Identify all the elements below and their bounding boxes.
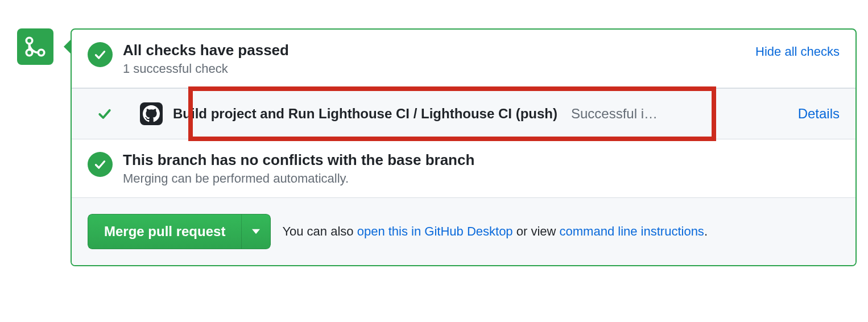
check-run-row: Build project and Run Lighthouse CI / Li… bbox=[72, 88, 855, 139]
help-text-prefix: You can also bbox=[282, 224, 357, 238]
check-success-icon bbox=[88, 42, 113, 67]
svg-point-0 bbox=[26, 38, 32, 44]
merge-footer: Merge pull request You can also open thi… bbox=[72, 198, 855, 265]
open-desktop-link[interactable]: open this in GitHub Desktop bbox=[357, 224, 513, 238]
merge-badge-icon bbox=[17, 28, 53, 65]
merge-button-group: Merge pull request bbox=[88, 214, 271, 249]
toggle-checks-link[interactable]: Hide all checks bbox=[755, 44, 840, 59]
merge-help-text: You can also open this in GitHub Desktop… bbox=[282, 224, 708, 239]
help-text-middle: or view bbox=[513, 224, 560, 238]
help-text-suffix: . bbox=[704, 224, 708, 238]
svg-point-2 bbox=[38, 49, 44, 56]
check-run-status: Successful i… bbox=[571, 106, 658, 122]
command-line-link[interactable]: command line instructions bbox=[560, 224, 704, 238]
check-run-name[interactable]: Build project and Run Lighthouse CI / Li… bbox=[173, 106, 557, 122]
conflicts-subtitle: Merging can be performed automatically. bbox=[123, 171, 840, 186]
badge-pointer bbox=[64, 39, 72, 55]
checks-title: All checks have passed bbox=[123, 41, 746, 60]
check-pass-icon bbox=[97, 106, 113, 122]
checks-subtitle: 1 successful check bbox=[123, 61, 746, 76]
merge-status-box: All checks have passed 1 successful chec… bbox=[71, 28, 857, 266]
github-actions-icon bbox=[140, 102, 163, 125]
merge-options-dropdown[interactable] bbox=[241, 214, 271, 249]
conflicts-section: This branch has no conflicts with the ba… bbox=[72, 139, 855, 198]
merge-pull-request-button[interactable]: Merge pull request bbox=[88, 214, 241, 249]
conflicts-title: This branch has no conflicts with the ba… bbox=[123, 151, 840, 170]
check-details-link[interactable]: Details bbox=[784, 106, 840, 122]
conflict-success-icon bbox=[88, 152, 113, 177]
checks-summary-section: All checks have passed 1 successful chec… bbox=[72, 30, 855, 88]
